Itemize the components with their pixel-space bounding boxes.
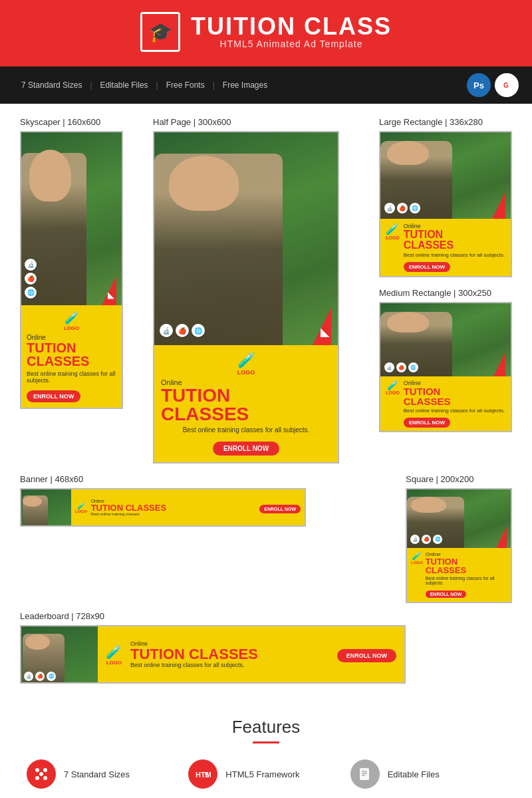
- med-rect-enroll-button[interactable]: ENROLL NOW: [404, 418, 451, 428]
- toolbar-item-fonts: Free Fonts: [158, 80, 213, 90]
- skyscraper-subtitle: Best online training classes for all sub…: [27, 370, 116, 384]
- svg-text:G: G: [503, 82, 509, 89]
- square-title-2: CLASSES: [426, 566, 507, 575]
- feature-editable-label: Editable Files: [388, 769, 440, 779]
- leaderboard-subtitle: Best online training classes for all sub…: [130, 662, 329, 668]
- skyscraper-title-1: TUTION: [27, 341, 116, 354]
- features-underline: [253, 741, 279, 743]
- med-rect-label: Medium Rectangle | 300x250: [379, 288, 512, 298]
- square-subtitle: Best online training classes for all sub…: [426, 576, 507, 585]
- graduation-cap-icon: 🎓: [149, 21, 172, 43]
- toolbar-links: 7 Standard Sizes | Editable Files | Free…: [13, 80, 275, 90]
- main-content: Skyscaper | 160x600 🔬 🍎 🌐: [0, 104, 532, 697]
- square-enroll-button[interactable]: ENROLL NOW: [426, 591, 467, 598]
- leaderboard-ad: 🔬 🍎 🌐 🧪 LOGO Online TUTION CLASSES Best …: [20, 625, 406, 684]
- leaderboard-logo: LOGO: [106, 660, 122, 666]
- toolbar-item-sizes: 7 Standard Sizes: [13, 80, 90, 90]
- feature-html5-icon: HTML5: [188, 759, 217, 789]
- svg-point-6: [39, 772, 43, 776]
- svg-rect-9: [360, 768, 369, 780]
- med-rect-logo: LOGO: [386, 390, 400, 395]
- toolbar: 7 Standard Sizes | Editable Files | Free…: [0, 66, 532, 104]
- banner-ad: 🧪 LOGO Online TUTION CLASSES Best online…: [20, 488, 306, 527]
- large-rect-enroll-button[interactable]: ENROLL NOW: [404, 262, 451, 272]
- svg-point-2: [35, 768, 39, 772]
- feature-sizes: 7 Standard Sizes: [27, 759, 182, 789]
- header-title: TUITION CLASS: [191, 15, 392, 39]
- header-logo-box: 🎓: [140, 12, 180, 52]
- svg-point-4: [35, 776, 39, 780]
- banner-title: TUTION CLASSES: [91, 503, 256, 512]
- square-ad: 🔬 🍎 🌐 🧪 LOGO Online TUTION CLASSES: [406, 488, 512, 603]
- med-rect-title-2: CLASSES: [404, 396, 505, 406]
- half-page-section: Half Page | 300x600 🔬 🍎 🌐 ◣: [153, 117, 366, 464]
- large-rect-label: Large Rectangle | 336x280: [379, 117, 512, 127]
- banner-enroll-button[interactable]: ENROLL NOW: [259, 505, 301, 513]
- skyscraper-title-2: CLASSES: [27, 354, 116, 368]
- large-rect-title-2: CLASSES: [404, 240, 505, 251]
- photoshop-icon: Ps: [467, 73, 491, 97]
- half-page-title-1: TUTION: [161, 386, 331, 405]
- right-column: Large Rectangle | 336x280 🔬 🍎 🌐: [379, 117, 512, 432]
- large-rect-section: Large Rectangle | 336x280 🔬 🍎 🌐: [379, 117, 512, 277]
- feature-html5-label: HTML5 Framework: [225, 769, 299, 779]
- square-logo: LOGO: [411, 561, 423, 565]
- banner-label: Banner | 468x60: [20, 474, 392, 484]
- med-rect-section: Medium Rectangle | 300x250 🔬 🍎 🌐: [379, 288, 512, 432]
- half-page-logo: LOGO: [237, 369, 255, 376]
- feature-sizes-icon: [27, 759, 56, 789]
- header: 🎓 TUITION CLASS HTML5 Animated Ad Templa…: [0, 0, 532, 66]
- half-page-subtitle: Best online training classes for all sub…: [161, 426, 331, 434]
- square-section: Square | 200x200 🔬 🍎 🌐 🧪: [406, 474, 512, 603]
- svg-point-5: [43, 776, 47, 780]
- med-rect-subtitle: Best online training classes for all sub…: [404, 408, 505, 414]
- leaderboard-section: Leaderboard | 728x90 🔬 🍎 🌐 🧪 LOGO Online: [20, 611, 512, 684]
- half-page-enroll-button[interactable]: ENROLL NOW: [213, 442, 279, 456]
- toolbar-item-editable: Editable Files: [92, 80, 156, 90]
- svg-point-3: [43, 768, 47, 772]
- med-rect-ad: 🔬 🍎 🌐 🧪 LOGO Online TUTIO: [379, 302, 512, 432]
- leaderboard-title: TUTION CLASSES: [130, 647, 329, 662]
- half-page-ad: 🔬 🍎 🌐 ◣ 🧪 LOGO Online TUTION CLASSES: [153, 131, 339, 464]
- svg-text:5: 5: [205, 771, 209, 779]
- large-rect-ad: 🔬 🍎 🌐 🧪 LOGO Online TUTIO: [379, 131, 512, 277]
- feature-html5: HTML5 HTML5 Framework: [188, 759, 343, 789]
- header-text: TUITION CLASS HTML5 Animated Ad Template: [191, 15, 392, 49]
- header-subtitle: HTML5 Animated Ad Template: [191, 39, 392, 49]
- leaderboard-label: Leaderboard | 728x90: [20, 611, 512, 621]
- skyscraper-enroll-button[interactable]: ENROLL NOW: [27, 390, 80, 402]
- large-rect-subtitle: Best online training classes for all sub…: [404, 252, 505, 258]
- banner-row: Banner | 468x60 🧪 LOGO Online TUTION CLA…: [20, 474, 512, 603]
- feature-editable: Editable Files: [350, 759, 505, 789]
- half-page-title-2: CLASSES: [161, 405, 331, 424]
- banner-logo: LOGO: [75, 509, 87, 513]
- toolbar-icons: Ps G: [467, 73, 519, 97]
- large-rect-logo: LOGO: [386, 235, 400, 240]
- toolbar-item-images: Free Images: [215, 80, 275, 90]
- skyscraper-section: Skyscaper | 160x600 🔬 🍎 🌐: [20, 117, 140, 409]
- skyscraper-logo: LOGO: [64, 325, 80, 331]
- features-section: Features 7 Standard Sizes HTML5 HTML5 Fr…: [0, 697, 532, 798]
- large-rect-title-1: TUTION: [404, 229, 505, 240]
- skyscraper-label: Skyscaper | 160x600: [20, 117, 140, 127]
- skyscraper-ad: 🔬 🍎 🌐 ◣ 🧪 LOGO Online: [20, 131, 123, 409]
- google-icon: G: [495, 73, 519, 97]
- feature-sizes-label: 7 Standard Sizes: [64, 769, 130, 779]
- square-label: Square | 200x200: [406, 474, 512, 484]
- features-grid: 7 Standard Sizes HTML5 HTML5 Framework E…: [27, 759, 505, 798]
- half-page-label: Half Page | 300x600: [153, 117, 366, 127]
- leaderboard-enroll-button[interactable]: ENROLL NOW: [337, 649, 396, 662]
- banner-section: Banner | 468x60 🧪 LOGO Online TUTION CLA…: [20, 474, 392, 527]
- banner-subtitle: Best online training classes: [91, 512, 256, 516]
- features-title: Features: [27, 717, 505, 737]
- feature-editable-icon: [350, 759, 380, 789]
- med-rect-title-1: TUTION: [404, 386, 505, 396]
